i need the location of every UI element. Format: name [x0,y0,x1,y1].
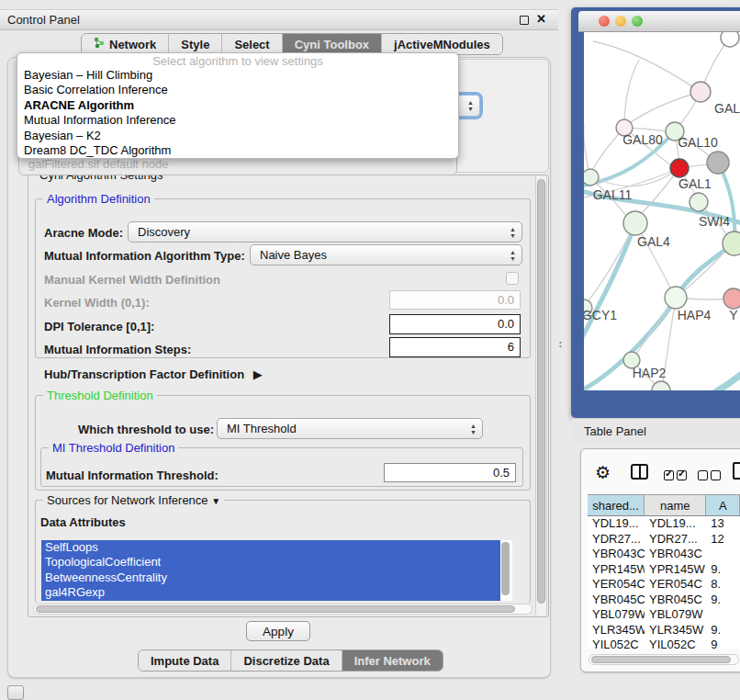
network-window-titlebar[interactable] [578,11,740,32]
stepper-arrows-icon: ▲▼ [467,99,474,112]
list-item[interactable]: SelfLoops [41,540,500,555]
table-cell: 9. [706,562,740,578]
expand-right-arrow-icon[interactable]: ▶ [253,367,263,381]
control-panel-titlebar: Control Panel ✕ [0,9,558,30]
float-panel-icon[interactable] [520,16,529,25]
split-pane-grip[interactable]: •• [559,341,564,349]
algorithm-menu-item[interactable]: Dream8 DC_TDC Algorithm [17,143,458,158]
table-cell: YDL19... [645,516,706,532]
table-cell: YBL079W [645,607,706,623]
algorithm-menu-item[interactable]: ARACNE Algorithm [17,98,458,113]
table-cell: YER054C [645,577,706,593]
which-threshold-label: Which threshold to use: [78,423,214,436]
tab-cyni-toolbox[interactable]: Cyni Toolbox [282,34,381,54]
network-node-swi4[interactable] [723,231,740,255]
tab-impute-data[interactable]: Impute Data [139,650,230,671]
network-node-gal11[interactable] [584,169,599,186]
column-header[interactable]: A [706,495,740,515]
tab-style[interactable]: Style [168,34,221,54]
settings-scrollbar-thumb[interactable] [537,179,545,604]
aracne-mode-select[interactable]: Discovery ▲▼ [128,221,522,243]
column-header[interactable]: name [645,495,706,515]
table-row[interactable]: YDR27...YDR27...12 [588,532,740,548]
network-edges [584,38,734,386]
network-node[interactable] [707,152,729,174]
network-node-gal[interactable] [690,82,711,102]
algorithm-menu-item[interactable]: Mutual Information Inference [17,113,458,128]
stepper-arrows-icon: ▲▼ [510,226,516,239]
table-row[interactable]: YER054CYER054C8. [588,577,740,593]
table-horizontal-scrollbar[interactable] [589,654,739,665]
node-table[interactable]: shared...nameA YDL19...YDL19...13YDR27..… [588,494,740,649]
column-header[interactable]: shared... [588,495,645,515]
table-cell [706,547,740,562]
minimize-traffic-light-icon[interactable] [615,16,626,27]
table-cell: YIL052C [645,638,706,649]
network-node-gal1[interactable] [670,159,689,177]
mi-steps-input[interactable]: 6 [389,337,521,357]
close-panel-icon[interactable]: ✕ [536,12,546,26]
algorithm-popup-placeholder: Select algorithm to view settings [17,54,458,68]
settings-horizontal-scrollbar[interactable] [33,604,533,615]
network-node-y[interactable] [723,288,740,309]
table-row[interactable]: YBR045CYBR045C9. [588,593,740,608]
algorithm-menu-item[interactable]: Bayesian – Hill Climbing [17,68,458,83]
apply-button[interactable]: Apply [246,621,310,641]
list-item[interactable]: gal4RGexp [41,585,500,600]
mi-algorithm-type-select[interactable]: Naive Bayes ▲▼ [250,244,522,265]
select-all-checks-icon[interactable] [664,468,690,484]
table-cell: 9. [706,593,740,608]
network-node[interactable] [690,193,708,211]
export-table-icon[interactable] [733,462,740,480]
clear-all-checks-icon[interactable] [698,468,723,484]
table-row[interactable]: YBR043CYBR043C [588,547,740,562]
settings-scrollbar[interactable] [535,176,547,615]
network-node-hap4[interactable] [665,287,687,309]
mi-steps-label: Mutual Information Steps: [44,343,191,356]
attributes-list-scrollbar-thumb[interactable] [501,542,510,595]
network-node[interactable] [652,381,670,390]
zoom-traffic-light-icon[interactable] [632,16,643,27]
tab-infer-network[interactable]: Infer Network [342,650,443,671]
tab-discretize-data[interactable]: Discretize Data [230,650,341,671]
table-row[interactable]: YPR145WYPR145W9. [588,562,740,578]
table-horizontal-scrollbar-thumb[interactable] [591,656,731,663]
algorithm-menu-item[interactable]: Basic Correlation Inference [17,83,458,97]
sources-group-title[interactable]: Sources for Network Inference ▼ [43,493,224,507]
tab-select[interactable]: Select [221,34,281,54]
network-node[interactable] [721,32,739,47]
tab-network[interactable]: Network [82,34,168,54]
minimized-panel-icon[interactable] [7,685,24,700]
table-panel-strip: Table Panel [571,418,740,444]
data-attributes-list[interactable]: SelfLoopsTopologicalCoefficientBetweenne… [41,540,512,601]
close-traffic-light-icon[interactable] [599,16,610,27]
dpi-tolerance-input[interactable]: 0.0 [389,314,521,334]
list-item[interactable]: TopologicalCoefficient [41,555,500,570]
network-canvas[interactable]: GALGAL80GAL10GAL1GAL11SWI4GAL4GCY1HAP4YH… [584,32,740,390]
list-item[interactable]: BetweennessCentrality [41,570,500,585]
network-node-label: HAP4 [678,308,712,322]
sources-title-text: Sources for Network Inference [47,493,208,507]
table-row[interactable]: YLR345WYLR345W9. [588,623,740,638]
mi-threshold-input[interactable]: 0.5 [384,463,516,482]
table-row[interactable]: YDL19...YDL19...13 [588,516,740,532]
stepper-arrows-icon: ▲▼ [470,423,477,435]
column-layout-icon[interactable] [631,464,648,480]
network-node-gal4[interactable] [623,211,647,235]
network-node-label: SWI4 [699,214,730,229]
table-row[interactable]: YIL052CYIL052C9 [588,638,740,649]
tab-jactivemnodules[interactable]: jActiveMNodules [381,34,502,54]
collapse-down-arrow-icon[interactable]: ▼ [211,496,220,506]
table-row[interactable]: YBL079WYBL079W [588,607,740,623]
gear-icon[interactable]: ⚙ [595,462,611,483]
tab-label: jActiveMNodules [394,38,490,51]
kernel-width-input[interactable]: 0.0 [389,290,521,310]
table-cell: 9 [706,638,740,649]
mi-threshold-label: Mutual Information Threshold: [46,469,219,482]
hub-definition-toggle[interactable]: Hub/Transcription Factor Definition ▶ [44,367,263,381]
stepper-arrows-icon: ▲▼ [510,249,516,262]
settings-horizontal-scrollbar-thumb[interactable] [36,605,515,613]
algorithm-menu-item[interactable]: Bayesian – K2 [17,129,458,143]
manual-kernel-checkbox[interactable] [506,272,519,285]
which-threshold-select[interactable]: MI Threshold ▲▼ [217,418,483,439]
